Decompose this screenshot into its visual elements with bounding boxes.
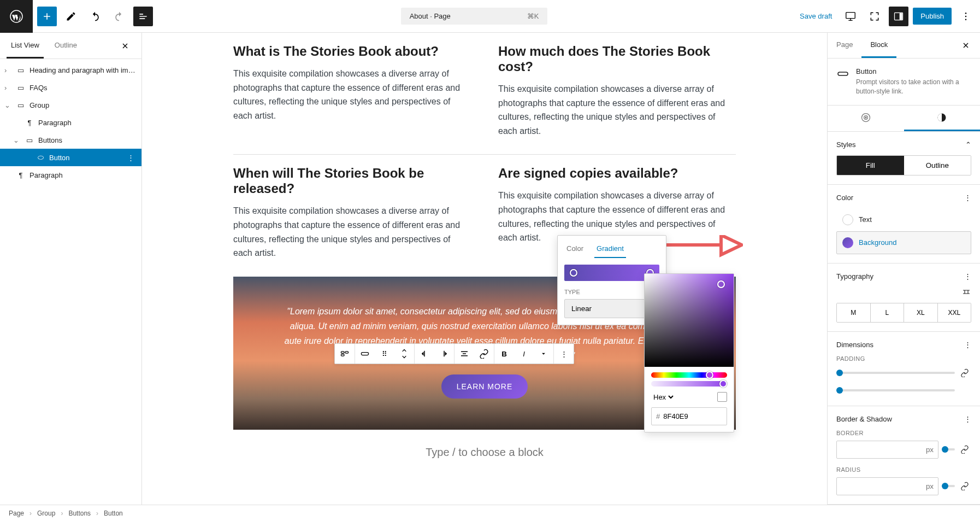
svg-rect-10: [361, 353, 368, 355]
faq-question[interactable]: What is The Stories Book about?: [233, 44, 471, 59]
breadcrumb-item[interactable]: Button: [104, 510, 123, 517]
color-panel-title: Color: [836, 194, 853, 202]
styles-tab-icon[interactable]: [904, 106, 981, 131]
tab-page[interactable]: Page: [828, 33, 861, 58]
faq-answer[interactable]: This exquisite compilation showcases a d…: [233, 67, 471, 122]
background-color-row[interactable]: Background: [836, 231, 971, 254]
style-fill-button[interactable]: Fill: [837, 156, 904, 175]
block-breadcrumbs: Page› Group› Buttons› Button: [0, 505, 980, 521]
bold-button[interactable]: B: [494, 344, 514, 364]
tree-item-paragraph-2[interactable]: ¶Paragraph: [0, 166, 141, 184]
border-slider[interactable]: [942, 448, 955, 450]
saturation-area[interactable]: [645, 274, 734, 367]
collapse-icon[interactable]: ⌃: [965, 141, 971, 149]
text-color-row[interactable]: Text: [836, 208, 971, 231]
link-button[interactable]: [474, 344, 494, 364]
dimensions-options-icon[interactable]: ⋮: [964, 341, 971, 349]
page-title-command[interactable]: About · Page ⌘K: [401, 8, 548, 25]
padding-label: PADDING: [836, 355, 971, 362]
size-m-button[interactable]: M: [837, 303, 870, 322]
faq-answer[interactable]: This exquisite compilation showcases a d…: [233, 204, 471, 260]
size-xxl-button[interactable]: XXL: [937, 303, 971, 322]
tree-item-faqs[interactable]: ›▭FAQs: [0, 79, 141, 96]
block-options-button[interactable]: ⋮: [554, 344, 574, 364]
radius-input[interactable]: [836, 477, 938, 495]
tab-list-view[interactable]: List View: [7, 33, 44, 58]
faq-question[interactable]: How much does The Stories Book cost?: [498, 44, 736, 74]
hue-slider[interactable]: [651, 372, 727, 378]
gradient-tab[interactable]: Gradient: [594, 240, 626, 258]
tree-item-heading-paragraph[interactable]: ›▭Heading and paragraph with image on t…: [0, 61, 141, 79]
border-options-icon[interactable]: ⋮: [964, 415, 971, 423]
settings-sidebar: Page Block Button Prompt visitors to tak…: [827, 33, 980, 505]
tab-outline[interactable]: Outline: [50, 33, 81, 58]
block-card-title: Button: [856, 67, 971, 75]
document-overview-button[interactable]: [133, 7, 153, 26]
radius-slider[interactable]: [942, 485, 955, 487]
padding-slider-v[interactable]: [836, 389, 955, 391]
custom-size-toggle[interactable]: [961, 287, 971, 298]
breadcrumb-item[interactable]: Group: [37, 510, 55, 517]
hex-input[interactable]: #: [651, 407, 727, 425]
size-l-button[interactable]: L: [870, 303, 904, 322]
typography-options-icon[interactable]: ⋮: [964, 272, 971, 280]
breadcrumb-item[interactable]: Page: [9, 510, 24, 517]
svg-point-4: [965, 12, 967, 14]
italic-button[interactable]: I: [514, 344, 534, 364]
svg-rect-7: [341, 352, 344, 353]
parent-block-button[interactable]: [335, 344, 355, 364]
align-button[interactable]: [454, 344, 474, 364]
undo-button[interactable]: [85, 7, 105, 26]
edit-tool-button[interactable]: [61, 7, 81, 26]
settings-sidebar-toggle[interactable]: [889, 7, 908, 26]
faq-answer[interactable]: This exquisite compilation showcases a d…: [498, 82, 736, 138]
move-right-button[interactable]: [434, 344, 454, 364]
link-sides-icon[interactable]: [958, 366, 971, 379]
tree-item-options-icon[interactable]: ⋮: [124, 151, 137, 164]
save-draft-button[interactable]: Save draft: [795, 8, 836, 25]
size-xl-button[interactable]: XL: [904, 303, 937, 322]
unlink-radius-icon[interactable]: [958, 479, 971, 493]
publish-button[interactable]: Publish: [913, 8, 952, 25]
view-desktop-button[interactable]: [841, 7, 860, 26]
copy-color-button[interactable]: [717, 392, 727, 402]
editor-canvas[interactable]: What is The Stories Book about?This exqu…: [142, 33, 827, 505]
color-options-icon[interactable]: ⋮: [964, 194, 971, 202]
border-width-input[interactable]: [836, 441, 938, 459]
border-label: BORDER: [836, 430, 971, 436]
svg-rect-9: [341, 354, 344, 356]
padding-slider-h[interactable]: [836, 372, 955, 374]
style-outline-button[interactable]: Outline: [904, 156, 971, 175]
drag-handle[interactable]: ⠿: [375, 344, 394, 364]
tab-block[interactable]: Block: [861, 33, 896, 58]
block-appender[interactable]: Type / to choose a block: [233, 430, 736, 475]
close-settings-button[interactable]: [956, 36, 976, 55]
radius-label: RADIUS: [836, 466, 971, 473]
tree-item-group[interactable]: ⌄▭Group: [0, 96, 141, 114]
wp-logo[interactable]: [0, 0, 33, 33]
more-rich-text-button[interactable]: [534, 344, 553, 364]
faq-question[interactable]: When will The Stories Book be released?: [233, 166, 471, 196]
tree-item-buttons[interactable]: ⌄▭Buttons: [0, 131, 141, 149]
tree-item-paragraph[interactable]: ¶Paragraph: [0, 114, 141, 131]
block-type-button[interactable]: [355, 344, 375, 364]
color-picker-popover: Hex #: [644, 273, 734, 432]
add-block-button[interactable]: [37, 7, 57, 26]
move-buttons[interactable]: [394, 344, 414, 364]
gradient-stop-left[interactable]: [570, 269, 577, 277]
redo-button[interactable]: [109, 7, 129, 26]
settings-tab-icon[interactable]: [828, 106, 904, 131]
fullscreen-button[interactable]: [865, 7, 884, 26]
color-format-select[interactable]: Hex: [651, 393, 675, 402]
learn-more-button[interactable]: LEARN MORE: [441, 374, 528, 399]
close-list-view-button[interactable]: [115, 36, 135, 56]
faq-question[interactable]: Are signed copies available?: [498, 166, 736, 181]
tree-item-button-selected[interactable]: ⬭Button⋮: [0, 149, 141, 166]
move-left-button[interactable]: [415, 344, 434, 364]
svg-rect-1: [846, 12, 855, 18]
color-tab[interactable]: Color: [564, 240, 586, 258]
alpha-slider[interactable]: [651, 381, 727, 387]
breadcrumb-item[interactable]: Buttons: [68, 510, 91, 517]
unlink-border-icon[interactable]: [958, 443, 971, 456]
options-button[interactable]: [956, 7, 976, 26]
